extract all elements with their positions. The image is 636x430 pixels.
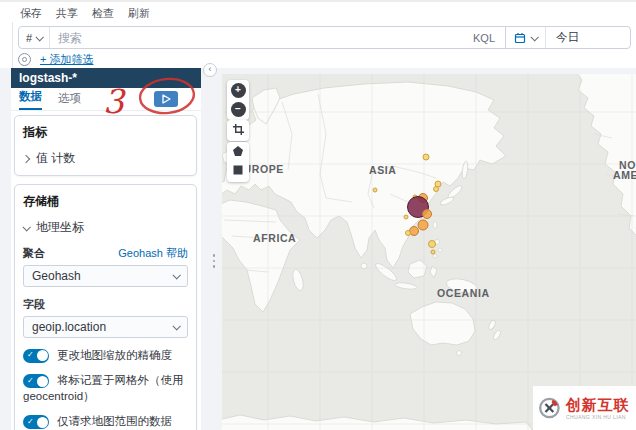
geo-point — [418, 220, 428, 230]
aggregation-label: 聚合 — [23, 246, 45, 261]
vis-editor-panel: logstash-* 数据选项 指标 值 计数 存储桶 地理坐标 聚合 Geoh… — [11, 68, 201, 430]
geo-point — [429, 241, 436, 248]
polygon-icon — [232, 145, 244, 157]
menu-item[interactable]: 保存 — [20, 6, 42, 21]
geo-point — [434, 187, 439, 192]
play-icon — [157, 93, 175, 105]
add-filter-link[interactable]: + 添加筛选 — [40, 52, 93, 67]
chevron-right-icon — [22, 154, 30, 162]
geo-point — [373, 188, 377, 192]
crop-icon — [232, 123, 245, 136]
metric-accordion-label: 值 计数 — [36, 150, 75, 167]
draw-controls — [227, 142, 249, 182]
land-layer — [222, 74, 636, 430]
toggle-list: 更改地图缩放的精确度将标记置于网格外（使用 geocentroid）仅请求地图范… — [23, 347, 188, 429]
buckets-title: 存储桶 — [23, 193, 188, 210]
continent-label: ASIA — [369, 164, 397, 176]
coordinate-map[interactable]: EUROPEAFRICAASIAOCEANIANORTHAMERICA + − — [222, 74, 636, 430]
search-input[interactable] — [50, 27, 463, 48]
continent-label: AFRICA — [253, 232, 296, 244]
geo-coordinates-label: 地理坐标 — [36, 219, 84, 236]
panel-resizer-handle[interactable] — [212, 254, 216, 268]
editor-tab[interactable]: 数据 — [19, 89, 42, 110]
fit-data-bounds-button[interactable] — [231, 123, 246, 138]
geo-point — [404, 215, 408, 219]
metrics-title: 指标 — [23, 124, 188, 141]
brand-logo-icon — [538, 395, 561, 421]
toggle-switch[interactable] — [23, 374, 49, 388]
toggle-row: 更改地图缩放的精确度 — [23, 347, 188, 363]
continent-label: AMERICA — [613, 169, 636, 181]
geo-coordinates-accordion[interactable]: 地理坐标 — [23, 219, 188, 236]
toggle-row: 仅请求地图范围的数据 — [23, 413, 188, 429]
left-border-line — [12, 22, 13, 68]
continent-label: OCEANIA — [437, 287, 490, 299]
aggregation-select[interactable]: Geohash — [23, 265, 188, 287]
watermark: 创新互联 CHUANG XIN HU LIAN — [533, 386, 636, 430]
toggle-row: 将标记置于网格外（使用 geocentroid） — [23, 372, 188, 404]
field-value: geoip.location — [32, 320, 106, 334]
zoom-controls: + − — [227, 80, 249, 120]
chevron-down-icon — [530, 33, 538, 41]
field-select[interactable]: geoip.location — [23, 316, 188, 338]
geohash-help-link[interactable]: Geohash 帮助 — [118, 246, 188, 261]
filter-options-icon[interactable] — [18, 53, 31, 66]
calendar-icon — [514, 32, 526, 44]
geo-point — [423, 210, 432, 219]
chevron-down-icon — [36, 33, 44, 41]
menu-item[interactable]: 检查 — [92, 6, 114, 21]
draw-polygon-button[interactable] — [231, 145, 246, 160]
date-picker: 今日 — [505, 27, 630, 48]
watermark-subtext: CHUANG XIN HU LIAN — [566, 414, 626, 419]
field-label: 字段 — [23, 297, 45, 312]
zoom-out-button[interactable]: − — [231, 102, 246, 117]
watermark-brand: 创新互联 — [566, 397, 636, 412]
hash-icon: # — [26, 32, 32, 44]
rectangle-icon — [232, 164, 244, 176]
date-quick-select-button[interactable] — [506, 27, 545, 48]
geo-point — [423, 154, 429, 160]
chevron-down-icon — [172, 271, 180, 279]
metric-accordion[interactable]: 值 计数 — [23, 150, 188, 167]
menu-item[interactable]: 刷新 — [128, 6, 150, 21]
time-range-value[interactable]: 今日 — [546, 30, 579, 45]
draw-rectangle-button[interactable] — [231, 164, 246, 179]
editor-tab[interactable]: 选项 — [58, 91, 81, 110]
aggregation-value: Geohash — [32, 269, 81, 283]
world-map-svg — [222, 74, 636, 430]
toggle-switch[interactable] — [23, 415, 49, 429]
metrics-card: 指标 值 计数 — [14, 115, 197, 176]
fit-bounds-control — [227, 120, 249, 141]
saved-query-button[interactable]: # — [19, 27, 50, 48]
top-menu: 保存共享检查刷新 — [20, 6, 150, 21]
search-bar: # KQL 今日 — [18, 26, 631, 49]
collapse-panel-button[interactable]: ‹ — [203, 63, 217, 77]
zoom-in-button[interactable]: + — [231, 83, 246, 98]
toggle-label: 更改地图缩放的精确度 — [57, 349, 172, 361]
kql-label[interactable]: KQL — [463, 27, 505, 48]
toggle-label: 仅请求地图范围的数据 — [57, 415, 172, 427]
geo-point — [410, 227, 419, 236]
chevron-down-icon — [22, 223, 30, 231]
toggle-switch[interactable] — [23, 349, 49, 363]
chevron-down-icon — [172, 322, 180, 330]
editor-tabs: 数据选项 — [11, 88, 201, 111]
geo-point — [431, 250, 435, 254]
index-pattern-title: logstash-* — [11, 68, 201, 88]
apply-changes-button[interactable] — [154, 91, 178, 107]
geo-point — [406, 231, 411, 236]
top-hairline — [0, 0, 636, 2]
menu-item[interactable]: 共享 — [56, 6, 78, 21]
buckets-card: 存储桶 地理坐标 聚合 Geohash 帮助 Geohash 字段 geoip.… — [14, 184, 197, 430]
filter-bar: + 添加筛选 — [18, 52, 93, 67]
